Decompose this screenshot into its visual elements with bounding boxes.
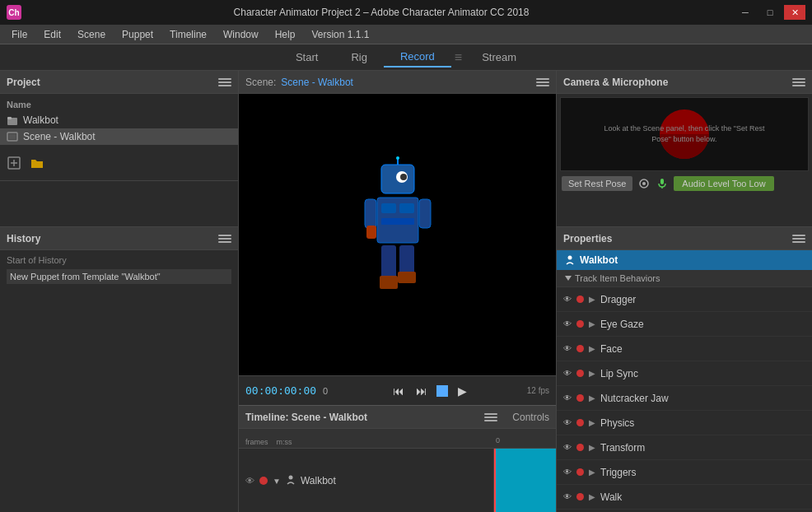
dragger-expand-icon[interactable]: ▶ xyxy=(589,295,595,304)
track-item-dragger[interactable]: 👁 ▶ Dragger xyxy=(557,287,812,312)
timeline-ruler: frames m:ss 0 0:05 0:10 0:15 xyxy=(239,429,556,449)
eye-gaze-record-dot[interactable] xyxy=(576,320,584,328)
timeline-clip[interactable] xyxy=(494,449,556,512)
track-record-button[interactable] xyxy=(259,477,268,485)
track-expand-icon[interactable]: ▼ xyxy=(273,477,281,486)
set-rest-pose-button[interactable]: Set Rest Pose xyxy=(562,176,632,191)
stop-button[interactable] xyxy=(436,385,448,397)
track-item-lip-sync[interactable]: 👁 ▶ Lip Sync xyxy=(557,361,812,386)
camera-icon[interactable] xyxy=(637,177,651,190)
menu-scene[interactable]: Scene xyxy=(69,27,114,42)
face-visibility-icon[interactable]: 👁 xyxy=(563,344,572,353)
physics-expand-icon[interactable]: ▶ xyxy=(589,418,595,427)
tab-start[interactable]: Start xyxy=(279,48,334,67)
ruler-frames-label: frames xyxy=(245,438,268,446)
nutcracker-record-dot[interactable] xyxy=(576,394,584,402)
menu-timeline[interactable]: Timeline xyxy=(161,27,215,42)
triggers-record-dot[interactable] xyxy=(576,468,584,476)
triggers-visibility-icon[interactable]: 👁 xyxy=(563,468,572,477)
history-item-0[interactable]: New Puppet from Template "Walkbot" xyxy=(7,269,231,284)
project-item-walkbot[interactable]: Walkbot xyxy=(0,112,238,128)
new-scene-icon[interactable] xyxy=(7,156,21,174)
menu-edit[interactable]: Edit xyxy=(35,27,69,42)
eye-gaze-visibility-icon[interactable]: 👁 xyxy=(563,319,572,328)
physics-visibility-icon[interactable]: 👁 xyxy=(563,418,572,427)
walk-expand-icon[interactable]: ▶ xyxy=(589,492,595,501)
transform-visibility-icon[interactable]: 👁 xyxy=(563,443,572,452)
physics-record-dot[interactable] xyxy=(576,419,584,426)
project-item-scene[interactable]: Scene - Walkbot xyxy=(0,128,238,145)
menu-window[interactable]: Window xyxy=(215,27,267,42)
svg-rect-18 xyxy=(419,199,431,228)
track-item-triggers[interactable]: 👁 ▶ Triggers xyxy=(557,460,812,485)
camera-mic-menu-icon[interactable] xyxy=(792,76,805,89)
lip-sync-visibility-icon[interactable]: 👁 xyxy=(563,369,572,378)
minimize-button[interactable]: ─ xyxy=(735,5,756,20)
project-body: Name Walkbot Scene - Walkbot xyxy=(0,94,238,148)
maximize-button[interactable]: □ xyxy=(759,5,781,20)
lip-sync-record-dot[interactable] xyxy=(576,370,584,377)
timeline-content[interactable] xyxy=(494,449,556,512)
menu-file[interactable]: File xyxy=(3,27,35,42)
transform-record-dot[interactable] xyxy=(576,444,584,451)
microphone-icon[interactable] xyxy=(656,177,669,190)
window-controls: ─ □ ✕ xyxy=(735,5,805,20)
timeline-menu-icon[interactable] xyxy=(484,411,497,424)
dragger-visibility-icon[interactable]: 👁 xyxy=(563,295,572,304)
nutcracker-expand-icon[interactable]: ▶ xyxy=(589,393,595,403)
track-item-walk[interactable]: 👁 ▶ Walk xyxy=(557,485,812,510)
svg-rect-1 xyxy=(7,117,12,119)
lip-sync-expand-icon[interactable]: ▶ xyxy=(589,369,595,378)
app-icon: Ch xyxy=(7,5,21,20)
eye-gaze-expand-icon[interactable]: ▶ xyxy=(589,319,595,328)
walk-visibility-icon[interactable]: 👁 xyxy=(563,492,572,501)
step-back-button[interactable]: ⏭ xyxy=(413,383,430,399)
face-expand-icon[interactable]: ▶ xyxy=(589,344,595,353)
project-panel-header: Project xyxy=(0,71,238,94)
tab-rig[interactable]: Rig xyxy=(334,48,384,67)
track-item-eye-gaze[interactable]: 👁 ▶ Eye Gaze xyxy=(557,312,812,337)
window-title: Character Animator Project 2 – Adobe Cha… xyxy=(28,7,735,18)
transform-expand-icon[interactable]: ▶ xyxy=(589,443,595,452)
close-button[interactable]: ✕ xyxy=(784,5,805,20)
section-collapse-icon[interactable] xyxy=(565,276,572,281)
tab-stream[interactable]: Stream xyxy=(465,48,533,67)
menu-help[interactable]: Help xyxy=(267,27,304,42)
track-item-nutcracker-jaw[interactable]: 👁 ▶ Nutcracker Jaw xyxy=(557,386,812,411)
svg-rect-22 xyxy=(398,272,416,283)
track-item-transform[interactable]: 👁 ▶ Transform xyxy=(557,435,812,460)
face-record-dot[interactable] xyxy=(576,345,584,352)
svg-point-9 xyxy=(400,174,407,180)
track-visibility-icon[interactable]: 👁 xyxy=(245,476,254,486)
project-panel: Project Name Walkbot Scene - Wal xyxy=(0,71,238,227)
tab-record[interactable]: Record xyxy=(384,47,451,67)
history-panel: History Start of History New Puppet from… xyxy=(0,227,238,512)
project-item-walkbot-label: Walkbot xyxy=(23,114,58,126)
properties-walkbot-row[interactable]: Walkbot xyxy=(557,250,812,270)
nutcracker-label: Nutcracker Jaw xyxy=(600,393,805,404)
dragger-record-dot[interactable] xyxy=(576,296,584,303)
triggers-expand-icon[interactable]: ▶ xyxy=(589,468,595,477)
folder-open-icon[interactable] xyxy=(30,156,44,173)
menu-puppet[interactable]: Puppet xyxy=(114,27,161,42)
svg-point-23 xyxy=(288,476,292,480)
walk-record-dot[interactable] xyxy=(576,493,584,500)
svg-rect-17 xyxy=(366,226,376,239)
project-menu-icon[interactable] xyxy=(218,76,231,89)
history-menu-icon[interactable] xyxy=(218,232,231,245)
controls-tab[interactable]: Controls xyxy=(512,412,549,423)
play-button[interactable]: ▶ xyxy=(455,383,471,399)
audio-level-button[interactable]: Audio Level Too Low xyxy=(674,176,773,191)
track-name-label: Walkbot xyxy=(301,475,336,486)
physics-label: Physics xyxy=(600,417,805,429)
svg-rect-21 xyxy=(399,245,414,274)
timeline-playhead[interactable] xyxy=(494,449,496,512)
nutcracker-visibility-icon[interactable]: 👁 xyxy=(563,393,572,403)
project-icons-row xyxy=(0,148,238,181)
fps-label: 12 fps xyxy=(527,386,549,395)
scene-menu-icon[interactable] xyxy=(536,76,549,89)
go-to-start-button[interactable]: ⏮ xyxy=(390,383,407,399)
properties-menu-icon[interactable] xyxy=(792,232,805,245)
track-item-face[interactable]: 👁 ▶ Face xyxy=(557,337,812,361)
track-item-physics[interactable]: 👁 ▶ Physics xyxy=(557,411,812,435)
